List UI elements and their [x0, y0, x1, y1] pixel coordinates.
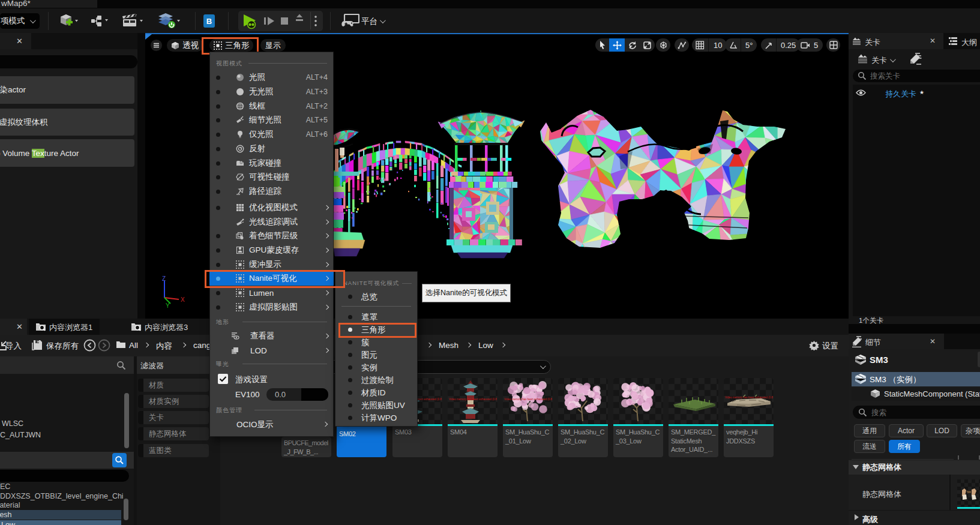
svg-text:Y: Y	[166, 302, 170, 309]
svg-text:Z: Z	[162, 276, 166, 282]
svg-text:X: X	[181, 296, 185, 303]
